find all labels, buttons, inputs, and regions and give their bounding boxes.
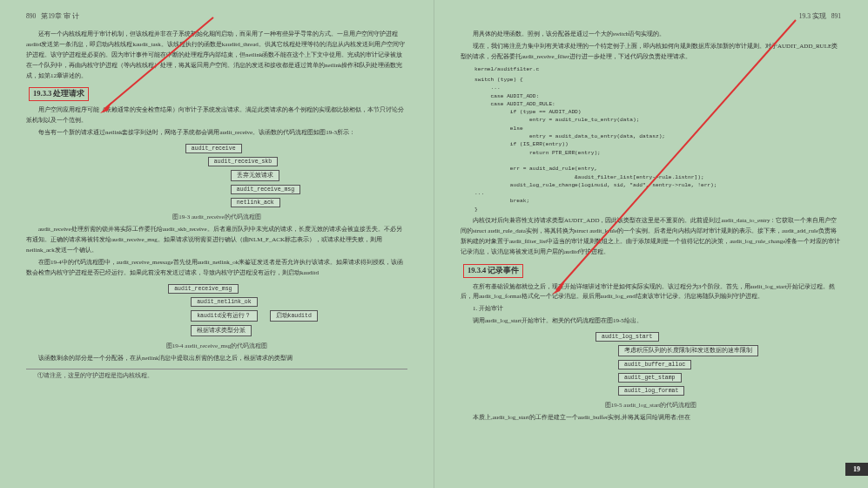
chapter-tab: 19 [845,463,868,476]
node-buffer-alloc: audit_buffer_alloc [618,360,691,369]
footnote-1: ①请注意，这里的守护进程是指内核线程。 [26,369,407,380]
section-num-1934: 19.3.4 [468,266,486,274]
node-start-kauditd: 启动kauditd [270,310,318,322]
section-1934-heading: 19.3.4 记录事件 [461,263,841,279]
node-discard: 丢弃无效请求 [231,170,279,181]
page-number-right: 891 [831,12,841,21]
diagram-19-5: audit_log_start 考虑积压队列的长度限制和发送数据的速率限制 au… [461,332,841,396]
node-audit-receive-msg: audit_receive_msg [231,185,300,194]
list-1: 1. 开始审计 [461,304,841,315]
node-netlink-ok: audit_netlink_ok [191,297,257,307]
node-audit-receive-skb: audit_receive_skb [208,157,278,166]
page-number: 890 [26,12,36,21]
node-log-start: audit_log_start [595,332,659,342]
para-1933a: 用户空间应用程序可能（依赖通常的安全检查结果）向审计子系统发出请求。满足此类请求… [26,105,407,126]
page-891: 19.3 实现 891 用具体的处理函数。照例，该分配器是通过一个大的switc… [434,0,867,488]
right-p3: 内核仅对后向兼容性支持请求类型AUDIT_ADD，因此该类型在这里是不重要的。此… [461,216,841,258]
node-get-stamp: audit_get_stamp [618,373,682,383]
node-audit-receive-msg2: audit_receive_msg [168,284,238,294]
para-1933c: audit_receive处理所需的锁并将实际工作委托给audit_skb_re… [26,225,407,256]
page-890: 890 第19章 审 计 还有一个内核线程用于审计机制，但该线程并非在子系统初始… [0,0,434,488]
node-kauditd-check: kauditd没有运行？ [191,310,257,322]
diagram-19-4: audit_receive_msg audit_netlink_ok kaudi… [26,284,407,336]
header-right: 19.3 实现 891 [461,12,841,21]
para-1934a: 在所有基础设施都就位之后，现在开始详细讲述审计是如何实际实现的。该过程分为3个阶… [461,282,841,303]
section-1933-heading: 19.3.3 处理请求 [26,86,407,102]
para-1933e: 该函数剩余的部分是一个分配器，在从netlink消息中提取出所需的信息之后，根据… [26,354,407,364]
code-path: kernel/auditfilter.c [474,65,841,73]
caption-19-4: 图19-4 audit_receive_msg的代码流程图 [26,342,407,350]
para-1933b: 每当有一个新的请求通过netlink套接字到达时，网络子系统都会调用audit_… [26,128,407,139]
node-audit-receive: audit_receive [185,144,242,153]
para-1933d: 在图19-4中的代码流程图中，audit_receive_message首先使用… [26,258,407,279]
node-dispatch: 根据请求类型分派 [191,325,252,336]
section-title-1934: 记录事件 [488,266,519,274]
right-intro: 用具体的处理函数。照例，该分配器是通过一个大的switch语句实现的。 [461,30,841,40]
para-1934c: 本质上,audit_log_start的工作是建立一个audit_buffer实… [461,413,841,424]
node-netlink-ack: netlink_ack [231,198,280,207]
section-num: 19.3.3 [33,89,51,98]
section-title-text: 处理请求 [53,89,84,98]
right-p2: 现在，我们将注意力集中到有关请求处理的一个特定例子上面，即内核如何向规则数据库添… [461,42,841,63]
para-1934b: 调用audit_log_start开始审计。相关的代码流程图在图19-5给出。 [461,316,841,327]
caption-19-3: 图19-3 audit_receive的代码流程图 [26,213,407,221]
node-log-format: audit_log_format [618,386,684,396]
diagram-19-3: audit_receive audit_receive_skb 丢弃无效请求 a… [26,144,407,207]
intro-paragraph: 还有一个内核线程用于审计机制，但该线程并非在子系统初始化期间启动，而采用了一种有… [26,30,407,81]
section-title-header: 19.3 实现 [799,12,826,21]
chapter-title: 第19章 审 计 [41,12,78,21]
header-left: 890 第19章 审 计 [26,12,407,21]
caption-19-5: 图19-5 audit_log_start的代码流程图 [461,401,841,410]
node-rate-limit: 考虑积压队列的长度限制和发送数据的速率限制 [618,345,758,356]
code-switch: switch (type) { ... case AUDIT_ADD: case… [474,76,841,214]
